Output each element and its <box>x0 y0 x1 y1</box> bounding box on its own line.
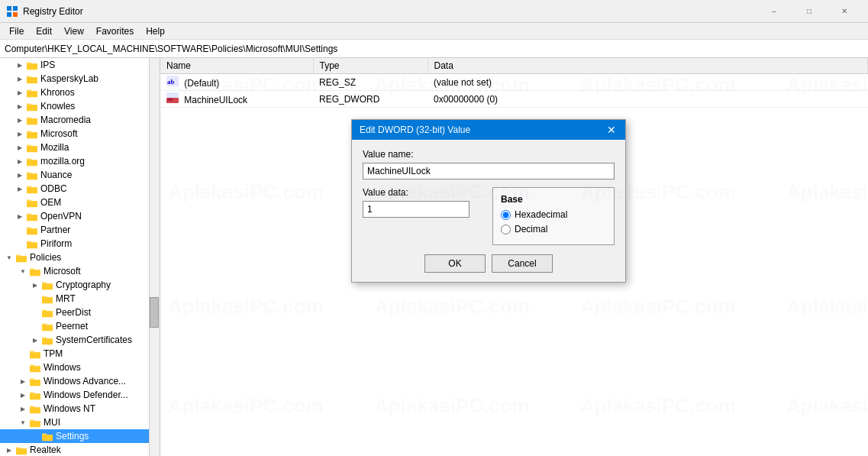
tree-item-partner[interactable]: Partner <box>0 223 160 237</box>
tree-item-mozilla[interactable]: Mozilla <box>0 141 160 154</box>
row0-data: (value not set) <box>428 74 868 91</box>
dialog-close-button[interactable]: ✕ <box>605 125 618 135</box>
value-data-col: Value data: <box>363 187 485 245</box>
menu-file[interactable]: File <box>3 24 30 38</box>
decimal-radio-row: Decimal <box>501 224 606 234</box>
cancel-button[interactable]: Cancel <box>492 254 553 273</box>
tree-item-piriform[interactable]: Piriform <box>0 237 160 251</box>
tree-item-peernet[interactable]: Peernet <box>0 319 160 333</box>
tree-arrow-odbc <box>14 183 26 195</box>
tree-scrollbar[interactable] <box>149 58 160 456</box>
tree-label-peerdist: PeerDist <box>56 307 91 318</box>
minimize-button[interactable]: – <box>757 0 792 23</box>
tree-arrow-openvpn <box>14 210 26 222</box>
tree-item-windows[interactable]: Windows <box>0 361 160 374</box>
maximize-button[interactable]: □ <box>792 0 827 23</box>
menu-help[interactable]: Help <box>140 24 171 38</box>
tree-arrow-knowles <box>14 100 26 112</box>
tree-item-knowles[interactable]: Knowles <box>0 99 160 113</box>
tree-item-policies[interactable]: Policies <box>0 251 160 264</box>
folder-icon-mozilla-org <box>26 155 38 167</box>
tree-label-macromedia: Macromedia <box>40 115 91 125</box>
tree-item-openvpn[interactable]: OpenVPN <box>0 209 160 223</box>
tree-item-windows-nt[interactable]: Windows NT <box>0 402 160 416</box>
tree-item-systemcertificates[interactable]: SystemCertificates <box>0 333 160 347</box>
folder-icon-khronos <box>26 86 38 99</box>
folder-icon-knowles <box>26 100 38 112</box>
decimal-label: Decimal <box>515 224 547 234</box>
tree-arrow-mozilla <box>14 141 26 154</box>
tree-label-kasperskylab: KasperskyLab <box>40 73 98 84</box>
decimal-radio[interactable] <box>501 225 511 234</box>
menu-view[interactable]: View <box>58 24 90 38</box>
table-row[interactable]: ab (Default) REG_SZ (value not set) <box>160 74 868 91</box>
tree-item-policies-microsoft[interactable]: Microsoft <box>0 264 160 278</box>
tree-label-mui: MUI <box>44 417 60 428</box>
folder-icon-piriform <box>26 238 38 250</box>
tree-arrow-khronos <box>14 86 26 99</box>
menubar: File Edit View Favorites Help <box>0 23 868 40</box>
tree-item-odbc[interactable]: ODBC <box>0 182 160 196</box>
table-row[interactable]: ab MachineUILock REG_DWORD 0x00000000 (0… <box>160 91 868 108</box>
hexadecimal-radio-row: Hexadecimal <box>501 209 606 220</box>
tree-item-tpm[interactable]: TPM <box>0 347 160 361</box>
folder-icon-microsoft <box>26 128 38 140</box>
hexadecimal-radio[interactable] <box>501 210 511 220</box>
tree-item-oem[interactable]: OEM <box>0 196 160 209</box>
folder-icon-openvpn <box>26 210 38 222</box>
tree-arrow-policies <box>3 251 15 264</box>
tree-arrow-partner <box>14 224 26 236</box>
tree-arrow-oem <box>14 196 26 209</box>
tree-item-windows-advanced[interactable]: Windows Advance... <box>0 374 160 388</box>
tree-label-knowles: Knowles <box>40 101 75 112</box>
tree-arrow-cryptography <box>29 279 41 291</box>
tree-arrow-systemcertificates <box>29 334 41 346</box>
tree-item-windows-defender[interactable]: Windows Defender... <box>0 388 160 402</box>
folder-icon-systemcertificates <box>41 334 53 346</box>
menu-favorites[interactable]: Favorites <box>90 24 140 38</box>
tree-label-mrt: MRT <box>56 293 76 304</box>
tree-item-peerdist[interactable]: PeerDist <box>0 306 160 319</box>
tree-label-cryptography: Cryptography <box>56 280 111 290</box>
tree-item-nuance[interactable]: Nuance <box>0 168 160 182</box>
tree-item-ips[interactable]: IPS <box>0 58 160 72</box>
value-data-input[interactable] <box>363 201 469 218</box>
col-type: Type <box>313 58 428 74</box>
dialog-title: Edit DWORD (32-bit) Value <box>360 125 470 135</box>
tree-arrow-microsoft <box>14 128 26 140</box>
tree-label-policies: Policies <box>30 252 61 263</box>
tree-panel: IPS KasperskyLab Khronos Knowles <box>0 58 160 456</box>
value-name-input[interactable] <box>363 163 615 179</box>
tree-arrow-piriform <box>14 238 26 250</box>
folder-icon-macromedia <box>26 114 38 126</box>
tree-arrow-windows-defender <box>17 389 29 401</box>
row1-name: ab MachineUILock <box>160 91 313 108</box>
tree-item-mui[interactable]: MUI <box>0 416 160 429</box>
tree-item-settings[interactable]: Settings <box>0 429 160 443</box>
tree-item-realtek[interactable]: Realtek <box>0 443 160 456</box>
tree-item-mozilla-org[interactable]: mozilla.org <box>0 154 160 168</box>
tree-item-khronos[interactable]: Khronos <box>0 86 160 99</box>
app-title: Registry Editor <box>23 6 83 17</box>
tree-item-cryptography[interactable]: Cryptography <box>0 278 160 292</box>
tree-arrow-mrt <box>29 293 41 305</box>
svg-rect-3 <box>13 12 18 17</box>
folder-icon-mozilla <box>26 141 38 154</box>
row1-name-text: MachineUILock <box>184 95 247 105</box>
tree-label-peernet: Peernet <box>56 321 88 331</box>
tree-label-partner: Partner <box>40 225 70 235</box>
tree-item-mrt[interactable]: MRT <box>0 292 160 306</box>
tree-arrow-peerdist <box>29 306 41 319</box>
tree-item-kasperskylab[interactable]: KasperskyLab <box>0 72 160 86</box>
tree-label-systemcertificates: SystemCertificates <box>56 335 132 345</box>
menu-edit[interactable]: Edit <box>30 24 58 38</box>
tree-item-macromedia[interactable]: Macromedia <box>0 113 160 127</box>
close-button[interactable]: ✕ <box>827 0 862 23</box>
col-data: Data <box>428 58 868 74</box>
ok-button[interactable]: OK <box>424 254 486 273</box>
folder-icon-mui <box>29 416 41 429</box>
folder-icon-policies <box>15 251 27 264</box>
tree-item-microsoft[interactable]: Microsoft <box>0 127 160 141</box>
titlebar: Registry Editor – □ ✕ <box>0 0 868 23</box>
row1-type: REG_DWORD <box>313 91 428 108</box>
